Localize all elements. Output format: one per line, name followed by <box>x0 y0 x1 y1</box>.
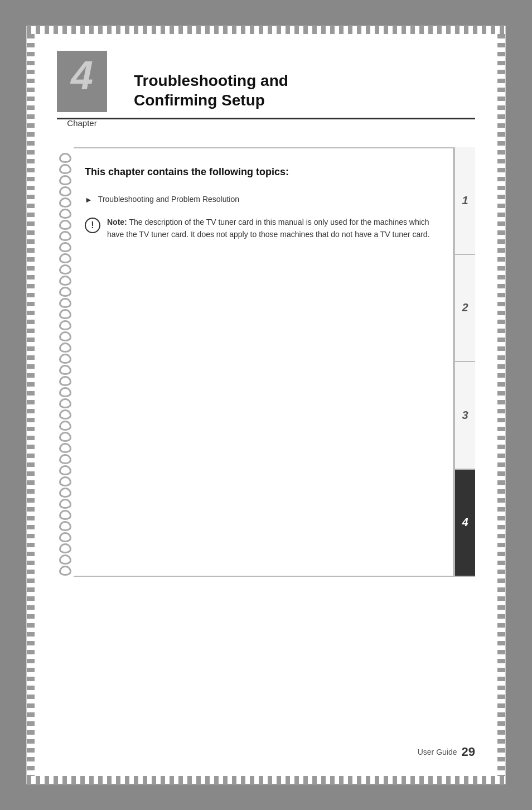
footer-page-number: 29 <box>462 745 475 759</box>
spiral-ring <box>59 532 71 542</box>
chapter-title: Troubleshooting and Confirming Setup <box>134 71 288 112</box>
chapter-title-wrapper: Troubleshooting and Confirming Setup <box>134 71 475 112</box>
note-label: Note: <box>107 218 127 226</box>
spiral-ring <box>59 409 71 420</box>
chapter-label: Chapter <box>57 118 107 128</box>
spiral-ring <box>59 376 71 386</box>
spiral-ring <box>59 264 71 274</box>
chapter-header: 4 Chapter Troubleshooting and Confirming… <box>57 51 475 119</box>
note-text: Note: The description of the TV tuner ca… <box>107 216 442 240</box>
note-exclamation-icon: ! <box>85 218 100 233</box>
footer-guide-label: User Guide <box>418 748 457 756</box>
chapter-number-box: 4 <box>57 51 107 112</box>
tab-4-active: 4 <box>455 470 475 577</box>
spiral-ring <box>59 186 71 196</box>
spiral-ring <box>59 309 71 319</box>
spiral-ring <box>59 197 71 208</box>
spiral-ring <box>59 476 71 486</box>
tab-1: 1 <box>455 147 475 255</box>
spiral-ring <box>59 298 71 308</box>
notebook-content: This chapter contains the following topi… <box>74 147 454 577</box>
spiral-ring <box>59 555 71 565</box>
dashed-border-right <box>497 34 505 776</box>
spiral-ring <box>59 543 71 553</box>
spiral-ring <box>59 488 71 498</box>
chapter-number: 4 <box>71 55 93 95</box>
tab-strip: 1 2 3 4 <box>454 147 475 577</box>
spiral-ring <box>59 331 71 341</box>
note-block: ! Note: The description of the TV tuner … <box>85 216 442 240</box>
spiral-ring <box>59 209 71 219</box>
spiral-ring <box>59 521 71 531</box>
page: 4 Chapter Troubleshooting and Confirming… <box>26 26 506 784</box>
dashed-border-top <box>27 26 505 34</box>
spiral-ring <box>59 454 71 464</box>
spiral-ring <box>59 287 71 297</box>
spiral-ring <box>59 387 71 397</box>
page-content: 4 Chapter Troubleshooting and Confirming… <box>35 34 497 776</box>
dashed-border-left <box>27 34 35 776</box>
spiral-ring <box>59 398 71 408</box>
spiral-ring <box>59 566 71 576</box>
spiral-ring <box>59 320 71 330</box>
spiral-ring <box>59 421 71 431</box>
spiral-ring <box>59 365 71 375</box>
main-body: This chapter contains the following topi… <box>57 147 475 577</box>
tab-3: 3 <box>455 362 475 470</box>
tab-2: 2 <box>455 255 475 363</box>
topic-item: ► Troubleshooting and Problem Resolution <box>85 195 442 204</box>
note-body: The description of the TV tuner card in … <box>107 218 430 239</box>
spiral-ring <box>59 231 71 241</box>
spiral-ring <box>59 253 71 263</box>
dashed-border-bottom <box>27 776 505 784</box>
spiral-ring <box>59 510 71 520</box>
spiral-ring <box>59 443 71 453</box>
arrow-icon: ► <box>85 195 93 204</box>
spiral-ring <box>59 432 71 442</box>
spiral-ring <box>59 276 71 286</box>
spiral-ring <box>59 153 71 163</box>
footer: User Guide 29 <box>418 745 475 759</box>
topic-text: Troubleshooting and Problem Resolution <box>98 195 239 204</box>
spiral-ring <box>59 465 71 475</box>
spiral-ring <box>59 220 71 230</box>
spiral-ring <box>59 242 71 252</box>
spiral-ring <box>59 354 71 364</box>
spiral-ring <box>59 164 71 174</box>
spiral-ring <box>59 175 71 185</box>
spiral-ring <box>59 499 71 509</box>
spiral-ring <box>59 343 71 353</box>
notebook-intro: This chapter contains the following topi… <box>85 165 442 179</box>
spiral-binding <box>57 147 74 577</box>
